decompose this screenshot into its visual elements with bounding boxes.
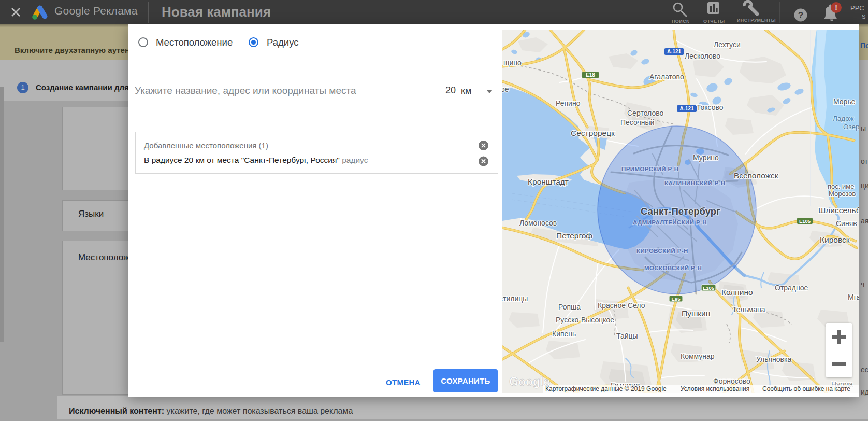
svg-text:Google: Google (509, 375, 550, 388)
svg-text:КИРОВСКИЙ Р-Н: КИРОВСКИЙ Р-Н (636, 248, 688, 254)
svg-text:А-121: А-121 (667, 49, 682, 54)
svg-text:E105: E105 (799, 218, 811, 224)
svg-text:Условия использования: Условия использования (681, 385, 749, 392)
svg-text:Ломоносов: Ломоносов (519, 219, 557, 227)
svg-text:Мурино: Мурино (693, 153, 719, 162)
svg-text:Репино: Репино (556, 99, 581, 107)
svg-text:Мга: Мга (848, 293, 859, 301)
svg-text:Морозов: Морозов (829, 190, 856, 198)
svg-text:Русско-Высоцкое: Русско-Высоцкое (556, 316, 614, 324)
svg-text:Лесколово: Лесколово (685, 52, 720, 60)
svg-text:Кронштадт: Кронштадт (528, 177, 569, 186)
svg-text:пос. име: пос. име (828, 183, 854, 190)
svg-text:Морье: Морье (833, 97, 856, 106)
svg-text:Озер: Озер (843, 123, 859, 131)
svg-text:ПРИМОРСКИЙ Р-Н: ПРИМОРСКИЙ Р-Н (621, 166, 679, 172)
svg-text:Кировск: Кировск (820, 235, 850, 244)
svg-text:А-121: А-121 (679, 106, 694, 111)
svg-text:E105: E105 (703, 285, 715, 291)
svg-text:Ропша: Ропша (558, 303, 581, 311)
svg-text:Сестрорецк: Сестрорецк (571, 129, 615, 137)
svg-text:стилицы: стилицы (502, 294, 528, 303)
svg-text:АДМИРАЛТЕЙСКИЙ Р-Н: АДМИРАЛТЕЙСКИЙ Р-Н (633, 219, 707, 226)
svg-text:Отрадное: Отрадное (775, 284, 808, 292)
svg-text:Форносово: Форносово (713, 377, 750, 385)
svg-text:Ладож: Ладож (833, 115, 854, 122)
svg-text:Лехтуси: Лехтуси (714, 40, 741, 49)
svg-text:Кипень: Кипень (552, 330, 576, 338)
svg-text:Синяв: Синяв (836, 219, 857, 228)
svg-text:Картографические данные © 2019: Картографические данные © 2019 Google (545, 385, 667, 392)
svg-text:МОСКОВСКИЙ Р-Н: МОСКОВСКИЙ Р-Н (644, 265, 702, 271)
svg-text:Пушкин: Пушкин (682, 309, 710, 318)
svg-text:E18: E18 (586, 72, 595, 78)
svg-text:Тайцы: Тайцы (616, 332, 638, 340)
svg-text:Колпино: Колпино (721, 288, 753, 297)
svg-text:E95: E95 (672, 296, 681, 302)
svg-text:Красное Село: Красное Село (598, 301, 645, 310)
svg-text:Сертолово: Сертолово (627, 109, 664, 117)
svg-text:щино: щино (503, 59, 522, 67)
svg-text:ое: ое (502, 85, 509, 93)
svg-text:Ульяновка: Ульяновка (756, 355, 791, 363)
svg-text:Агалатово: Агалатово (649, 73, 684, 81)
svg-text:Тельмана: Тельмана (732, 305, 765, 314)
svg-text:?: ? (798, 10, 803, 20)
svg-text:Шлиссельб: Шлиссельб (818, 206, 859, 215)
svg-text:Коммунар: Коммунар (681, 352, 715, 360)
svg-text:Санкт-Петербург: Санкт-Петербург (641, 206, 720, 217)
svg-text:КАЛИНИНСКИЙ Р-Н: КАЛИНИНСКИЙ Р-Н (664, 180, 726, 186)
svg-text:!: ! (835, 4, 837, 12)
svg-text:Всеволожск: Всеволожск (734, 171, 778, 180)
svg-text:Петергоф: Петергоф (556, 231, 592, 240)
svg-text:Токсово: Токсово (697, 103, 724, 111)
svg-text:Сообщить об ошибке на карте: Сообщить об ошибке на карте (762, 385, 850, 392)
svg-text:Песочный: Песочный (620, 118, 654, 127)
